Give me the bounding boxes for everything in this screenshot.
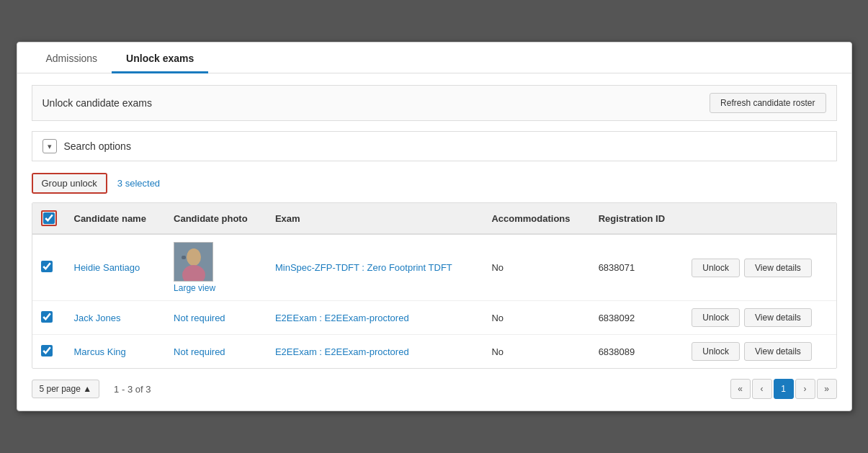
action-buttons: Unlock View details (692, 308, 827, 327)
select-all-checkbox[interactable] (43, 212, 55, 224)
row-checkbox[interactable] (41, 345, 53, 356)
page-range-label: 1 - 3 of 3 (114, 384, 151, 395)
tab-admissions[interactable]: Admissions (32, 42, 112, 73)
large-view-link[interactable]: Large view (174, 283, 215, 293)
view-details-button[interactable]: View details (744, 308, 812, 327)
svg-rect-3 (182, 256, 186, 259)
col-candidate-name: Candidate name (66, 203, 166, 234)
main-content: Unlock candidate exams Refresh candidate… (17, 73, 851, 411)
search-options-bar[interactable]: ▾ Search options (32, 131, 837, 161)
action-buttons-cell: Unlock View details (683, 301, 836, 335)
accommodations-cell: No (483, 234, 589, 301)
action-buttons-cell: Unlock View details (683, 335, 836, 369)
candidate-name: Heidie Santiago (74, 262, 140, 273)
not-required-label: Not required (174, 346, 225, 357)
candidates-table: Candidate name Candidate photo Exam Acco… (32, 202, 837, 369)
main-window: Admissions Unlock exams Unlock candidate… (17, 42, 852, 411)
per-page-button[interactable]: 5 per page ▲ (32, 380, 100, 398)
exam-cell: MinSpec-ZFP-TDFT : Zero Footprint TDFT (267, 234, 483, 301)
unlock-button[interactable]: Unlock (692, 342, 740, 361)
page-1-button[interactable]: 1 (774, 379, 794, 399)
pagination-right: « ‹ 1 › » (730, 379, 837, 399)
candidate-photo (174, 242, 213, 282)
search-options-label: Search options (64, 140, 131, 152)
action-buttons: Unlock View details (692, 259, 827, 277)
refresh-button[interactable]: Refresh candidate roster (710, 93, 826, 113)
unlock-button[interactable]: Unlock (692, 308, 740, 327)
tab-unlock-exams[interactable]: Unlock exams (112, 42, 208, 73)
table-header-row: Candidate name Candidate photo Exam Acco… (32, 203, 836, 234)
candidate-name-cell: Jack Jones (66, 301, 166, 335)
group-unlock-area: Group unlock 3 selected (32, 173, 837, 194)
group-unlock-button-wrap: Group unlock (32, 173, 107, 194)
selected-count: 3 selected (117, 178, 160, 189)
row-checkbox[interactable] (41, 311, 53, 323)
group-unlock-button[interactable]: Group unlock (33, 174, 106, 192)
pagination-bar: 5 per page ▲ 1 - 3 of 3 « ‹ 1 › » (32, 379, 837, 399)
candidate-name: Marcus King (74, 346, 126, 357)
exam-cell: E2EExam : E2EExam-proctored (267, 335, 483, 369)
exam-link[interactable]: E2EExam : E2EExam-proctored (275, 346, 409, 357)
candidate-name: Jack Jones (74, 313, 121, 323)
select-all-checkbox-wrap (41, 210, 57, 226)
section-title: Unlock candidate exams (42, 97, 153, 109)
exam-cell: E2EExam : E2EExam-proctored (267, 301, 483, 335)
registration-id-cell: 6838092 (590, 301, 684, 335)
photo-image (174, 243, 213, 282)
row-checkbox-cell (32, 234, 66, 301)
pagination-left: 5 per page ▲ 1 - 3 of 3 (32, 380, 151, 398)
chevron-down-icon: ▾ (42, 139, 57, 153)
action-buttons-cell: Unlock View details (683, 234, 836, 301)
next-page-button[interactable]: › (795, 379, 815, 399)
last-page-button[interactable]: » (817, 379, 837, 399)
candidate-photo-cell: Not required (165, 335, 267, 369)
header-checkbox-cell (32, 203, 66, 234)
photo-container: Large view (174, 242, 258, 293)
candidate-photo-cell: Large view (165, 234, 267, 301)
registration-id-cell: 6838089 (590, 335, 684, 369)
svg-point-1 (187, 248, 201, 266)
exam-link[interactable]: E2EExam : E2EExam-proctored (275, 313, 409, 323)
table-row: Heidie Santiago (32, 234, 836, 301)
row-checkbox-cell (32, 335, 66, 369)
col-candidate-photo: Candidate photo (165, 203, 267, 234)
row-checkbox[interactable] (41, 261, 53, 272)
action-buttons: Unlock View details (692, 342, 827, 361)
col-exam: Exam (267, 203, 483, 234)
table-row: Jack Jones Not required E2EExam : E2EExa… (32, 301, 836, 335)
col-actions (683, 203, 836, 234)
col-accommodations: Accommodations (483, 203, 589, 234)
accommodations-cell: No (483, 301, 589, 335)
accommodations-cell: No (483, 335, 589, 369)
table-row: Marcus King Not required E2EExam : E2EEx… (32, 335, 836, 369)
candidate-name-cell: Marcus King (66, 335, 166, 369)
exam-link[interactable]: MinSpec-ZFP-TDFT : Zero Footprint TDFT (275, 262, 452, 273)
candidate-name-cell: Heidie Santiago (66, 234, 166, 301)
row-checkbox-cell (32, 301, 66, 335)
header-bar: Unlock candidate exams Refresh candidate… (32, 85, 837, 121)
tab-bar: Admissions Unlock exams (17, 42, 851, 73)
registration-id-cell: 6838071 (590, 234, 684, 301)
prev-page-button[interactable]: ‹ (752, 379, 772, 399)
view-details-button[interactable]: View details (744, 259, 812, 277)
not-required-label: Not required (174, 313, 225, 323)
first-page-button[interactable]: « (730, 379, 751, 399)
unlock-button[interactable]: Unlock (692, 259, 740, 277)
view-details-button[interactable]: View details (744, 342, 812, 361)
candidate-photo-cell: Not required (165, 301, 267, 335)
col-registration-id: Registration ID (590, 203, 684, 234)
